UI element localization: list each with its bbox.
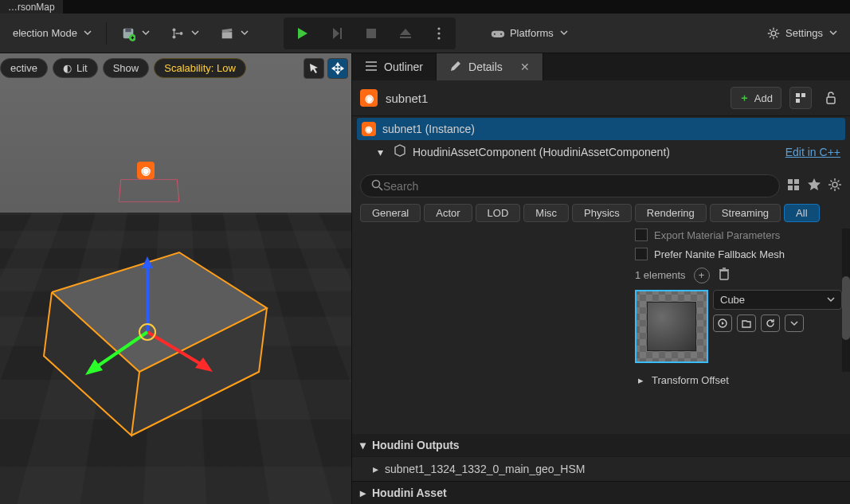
right-panel: Outliner Details ✕ ◉ subnet1 ＋ Add <box>352 53 850 504</box>
level-tab-strip: …rsonMap <box>0 0 850 14</box>
actor-bounds-wire <box>119 179 180 201</box>
component-row-child[interactable]: ▾ HoudiniAssetComponent (HoudiniAssetCom… <box>357 140 845 163</box>
component-tree: ◉ subnet1 (Instance) ▾ HoudiniAssetCompo… <box>352 116 850 168</box>
component-root-label: subnet1 (Instance) <box>382 123 475 135</box>
selection-mode-dropdown[interactable]: election Mode <box>3 19 101 48</box>
check-export-mat-label: Export Material Parameters <box>654 229 780 241</box>
filter-chip-misc[interactable]: Misc <box>523 204 569 222</box>
cinematics-button[interactable] <box>210 19 258 48</box>
viewport-projection-dropdown[interactable]: ective <box>0 58 48 78</box>
mesh-asset-row: Cube <box>635 290 842 363</box>
filter-chip-rendering[interactable]: Rendering <box>635 204 707 222</box>
grid-icon[interactable] <box>786 178 801 194</box>
chevron-down-icon <box>560 27 568 39</box>
close-icon[interactable]: ✕ <box>520 61 530 73</box>
svg-rect-9 <box>366 29 376 38</box>
houdini-icon: ◉ <box>137 162 155 179</box>
lock-button[interactable] <box>820 87 842 109</box>
filter-chip-general[interactable]: General <box>360 204 421 222</box>
scrollbar-thumb[interactable] <box>842 276 850 340</box>
chevron-down-icon <box>827 294 835 306</box>
svg-point-32 <box>373 181 380 188</box>
trash-icon[interactable] <box>718 267 731 283</box>
add-label: Add <box>754 92 773 104</box>
step-button[interactable] <box>320 19 354 48</box>
settings-dropdown[interactable]: Settings <box>757 19 847 48</box>
filter-chip-all[interactable]: All <box>784 204 819 222</box>
checkbox[interactable] <box>635 229 648 241</box>
eject-button[interactable] <box>389 19 422 48</box>
edit-cpp-link[interactable]: Edit in C++ <box>785 146 840 158</box>
browse-asset-button[interactable] <box>737 315 756 332</box>
svg-rect-30 <box>796 99 800 103</box>
check-export-mat[interactable]: Export Material Parameters <box>635 229 842 241</box>
add-element-button[interactable]: + <box>694 268 710 283</box>
checkbox[interactable] <box>635 248 648 260</box>
output-row[interactable]: ▸ subnet1_1324_1332_0_main_geo_HSM <box>352 456 850 481</box>
component-icon <box>394 144 406 159</box>
transform-offset-row[interactable]: ▸ Transform Offset <box>635 369 842 391</box>
svg-rect-28 <box>796 93 800 97</box>
translate-tool-button[interactable] <box>327 58 348 79</box>
tab-details[interactable]: Details ✕ <box>437 53 543 80</box>
play-button[interactable] <box>285 19 319 48</box>
actor-name-label: subnet1 <box>386 92 723 105</box>
level-tab[interactable]: …rsonMap <box>0 0 63 14</box>
check-prefer-nanite-label: Prefer Nanite Fallback Mesh <box>654 248 785 260</box>
svg-rect-31 <box>827 97 835 104</box>
mesh-dropdown-label: Cube <box>720 294 745 306</box>
use-selected-button[interactable] <box>713 315 732 332</box>
settings-label: Settings <box>785 27 823 39</box>
clapboard-icon <box>220 26 234 41</box>
viewport-scalability-button[interactable]: Scalability: Low <box>154 58 246 78</box>
branch-icon <box>170 26 185 41</box>
mesh-thumbnail[interactable] <box>635 290 708 363</box>
mesh-dropdown[interactable]: Cube <box>713 290 842 310</box>
check-prefer-nanite[interactable]: Prefer Nanite Fallback Mesh <box>635 248 842 260</box>
output-row-label: subnet1_1324_1332_0_main_geo_HSM <box>385 463 585 475</box>
section-outputs-label: Houdini Outputs <box>372 439 460 451</box>
category-filter-row: General Actor LOD Misc Physics Rendering… <box>352 204 850 229</box>
source-control-button[interactable] <box>161 19 209 48</box>
component-row-root[interactable]: ◉ subnet1 (Instance) <box>357 118 845 140</box>
play-options-button[interactable] <box>424 19 454 48</box>
svg-rect-8 <box>340 28 342 39</box>
houdini-icon: ◉ <box>362 122 376 136</box>
svg-rect-14 <box>492 30 504 37</box>
add-component-button[interactable]: ＋ Add <box>731 87 781 109</box>
viewport[interactable]: ective ◐Lit Show Scalability: Low ◉ <box>0 53 352 504</box>
selected-cube-outline <box>28 236 291 443</box>
filter-chip-physics[interactable]: Physics <box>572 204 632 222</box>
details-search-input[interactable] <box>383 180 770 193</box>
blueprint-button[interactable] <box>789 87 812 109</box>
reset-button[interactable] <box>761 315 780 332</box>
viewport-show-dropdown[interactable]: Show <box>103 58 150 78</box>
platforms-dropdown[interactable]: Platforms <box>481 19 578 48</box>
main-toolbar: election Mode <box>0 14 850 53</box>
chevron-down-icon <box>142 27 150 39</box>
details-search-input-wrap[interactable] <box>360 174 780 197</box>
save-icon <box>121 26 135 41</box>
houdini-icon: ◉ <box>360 89 378 107</box>
gear-icon[interactable] <box>828 178 842 194</box>
stop-button[interactable] <box>355 19 387 48</box>
filter-chip-actor[interactable]: Actor <box>424 204 472 222</box>
filter-chip-streaming[interactable]: Streaming <box>710 204 781 222</box>
svg-rect-10 <box>400 37 411 38</box>
tab-outliner[interactable]: Outliner <box>352 53 437 80</box>
svg-point-37 <box>832 182 837 187</box>
collapse-triangle-icon: ▸ <box>360 486 366 499</box>
details-header: ◉ subnet1 ＋ Add <box>352 80 850 116</box>
collapse-triangle-icon[interactable]: ▾ <box>378 146 387 158</box>
tab-details-label: Details <box>468 61 503 73</box>
star-icon[interactable] <box>807 178 821 194</box>
plus-icon: ＋ <box>739 91 750 105</box>
viewport-lit-dropdown[interactable]: ◐Lit <box>53 58 98 78</box>
filter-chip-lod[interactable]: LOD <box>476 204 521 222</box>
select-tool-button[interactable] <box>304 58 324 79</box>
section-houdini-asset[interactable]: ▸ Houdini Asset <box>352 481 850 504</box>
expand-button[interactable] <box>785 315 804 332</box>
save-button[interactable] <box>112 19 159 48</box>
section-houdini-outputs[interactable]: ▾ Houdini Outputs <box>352 434 850 456</box>
svg-rect-1 <box>125 28 131 32</box>
